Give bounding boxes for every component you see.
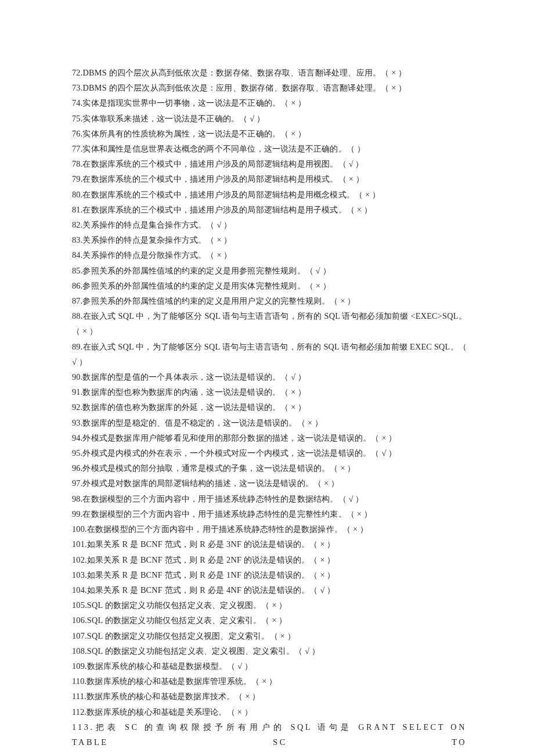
question-item: 108.SQL 的数据定义功能包括定义表、定义视图、定义索引。（ √ ）	[72, 643, 467, 658]
question-item: 77.实体和属性是信息世界表达概念的两个不同单位，这一说法是不正确的。（ ）	[72, 141, 467, 156]
question-item: 95.外模式是内模式的外在表示，一个外模式对应一个内模式，这一说法是错误的。（ …	[72, 445, 467, 460]
question-item: 74.实体是指现实世界中一切事物，这一说法是不正确的。（ × ）	[72, 95, 467, 110]
question-item: 112.数据库系统的核心和基础是关系理论。（ × ）	[72, 704, 467, 719]
question-item: 97.外模式是对数据库的局部逻辑结构的描述，这一说法是错误的。（ × ）	[72, 476, 467, 491]
question-item: 82.关系操作的特点是集合操作方式。（ √ ）	[72, 217, 467, 232]
question-item: 89.在嵌入式 SQL 中，为了能够区分 SQL 语句与主语言语句，所有的 SQ…	[72, 339, 467, 369]
question-item: 91.数据库的型也称为数据库的内涵，这一说法是错误的。（ × ）	[72, 384, 467, 399]
question-item: 106.SQL 的数据定义功能仅包括定义表、定义索引。（ × ）	[72, 613, 467, 628]
question-item: 86.参照关系的外部属性值域的约束的定义是用实体完整性规则。（ × ）	[72, 278, 467, 293]
question-item: 80.在数据库系统的三个模式中，描述用户涉及的局部逻辑结构是用概念模式。（ × …	[72, 187, 467, 202]
question-item: 79.在数据库系统的三个模式中，描述用户涉及的局部逻辑结构是用模式。（ × ）	[72, 171, 467, 186]
question-item: 78.在数据库系统的三个模式中，描述用户涉及的局部逻辑结构是用视图。（ √ ）	[72, 156, 467, 171]
question-item: 94.外模式是数据库用户能够看见和使用的那部分数据的描述，这一说法是错误的。（ …	[72, 430, 467, 445]
question-item: 84.关系操作的特点是分散操作方式。（ × ）	[72, 247, 467, 262]
question-item: 102.如果关系 R 是 BCNF 范式，则 R 必是 2NF 的说法是错误的。…	[72, 552, 467, 567]
question-item: 93.数据库的型是稳定的、值是不稳定的，这一说法是错误的。（ × ）	[72, 415, 467, 430]
question-item: 105.SQL 的数据定义功能仅包括定义表、定义视图。（ × ）	[72, 597, 467, 613]
question-item: 100.在数据模型的三个方面内容中，用于描述系统静态特性的是数据操作。（ × ）	[72, 521, 467, 537]
question-item: 75.实体靠联系来描述，这一说法是不正确的。（ √ ）	[72, 111, 467, 126]
question-item: 99.在数据模型的三个方面内容中，用于描述系统静态特性的是完整性约束。（ × ）	[72, 506, 467, 521]
question-item: 88.在嵌入式 SQL 中，为了能够区分 SQL 语句与主语言语句，所有的 SQ…	[72, 308, 467, 339]
question-item: 96.外模式是模式的部分抽取，通常是模式的子集，这一说法是错误的。（ × ）	[72, 460, 467, 476]
question-item: 83.关系操作的特点是复杂操作方式。（ × ）	[72, 232, 467, 247]
question-item: 87.参照关系的外部属性值域的约束的定义是用用户定义的完整性规则。（ × ）	[72, 293, 467, 308]
question-item: 72.DBMS 的四个层次从高到低依次是：数据存储、数据存取、语言翻译处理、应用…	[72, 65, 467, 80]
question-item: 111.数据库系统的核心和基础是数据库技术。（ × ）	[72, 689, 467, 704]
question-item: 103.如果关系 R 是 BCNF 范式，则 R 必是 1NF 的说法是错误的。…	[72, 567, 467, 582]
question-item: 81.在数据库系统的三个模式中，描述用户涉及的局部逻辑结构是用子模式。（ × ）	[72, 202, 467, 217]
question-item: 98.在数据模型的三个方面内容中，用于描述系统静态特性的是数据结构。（ √ ）	[72, 491, 467, 506]
question-item: 104.如果关系 R 是 BCNF 范式，则 R 必是 4NF 的说法是错误的。…	[72, 582, 467, 597]
question-item: 76.实体所具有的性质统称为属性，这一说法是不正确的。（ × ）	[72, 126, 467, 141]
question-item: 113.把表 SC 的查询权限授予所有用户的 SQL 语句是 GRANT SEL…	[72, 719, 467, 750]
question-item: 109.数据库系统的核心和基础是数据模型。（ √ ）	[72, 658, 467, 674]
question-item: 92.数据库的值也称为数据库的外延，这一说法是错误的。（ × ）	[72, 399, 467, 415]
question-item: 90.数据库的型是值的一个具体表示，这一说法是错误的。（ √ ）	[72, 369, 467, 384]
question-item: 73.DBMS 的四个层次从高到低依次是：应用、数据存储、数据存取、语言翻译处理…	[72, 80, 467, 95]
question-item: 85.参照关系的外部属性值域的约束的定义是用参照完整性规则。（ √ ）	[72, 263, 467, 278]
question-item: 101.如果关系 R 是 BCNF 范式，则 R 必是 3NF 的说法是错误的。…	[72, 537, 467, 552]
question-item: 110.数据库系统的核心和基础是数据库管理系统。（ × ）	[72, 674, 467, 689]
question-item: 107.SQL 的数据定义功能仅包括定义视图、定义索引。（ × ）	[72, 628, 467, 643]
document-page: 72.DBMS 的四个层次从高到低依次是：数据存储、数据存取、语言翻译处理、应用…	[0, 0, 534, 756]
